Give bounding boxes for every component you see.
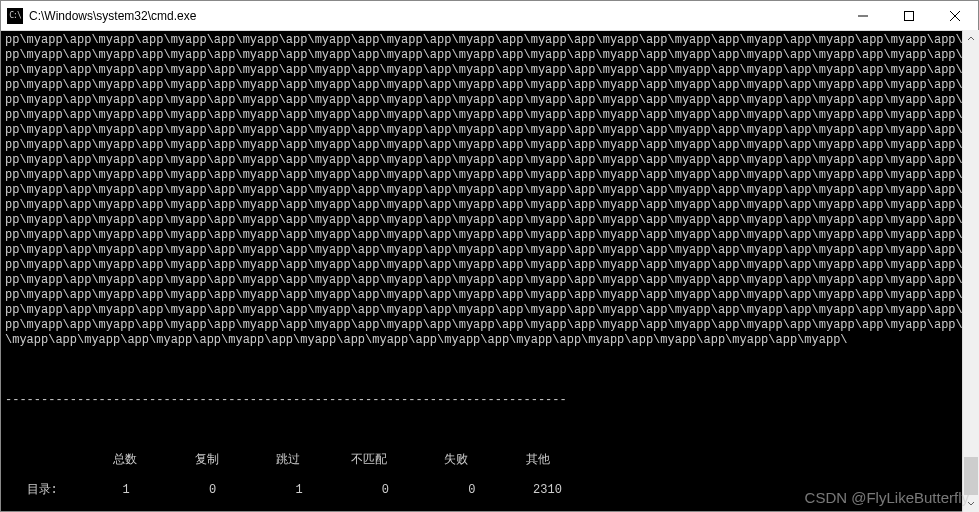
path-line: pp\myapp\app\myapp\app\myapp\app\myapp\a… — [5, 153, 974, 168]
path-line: pp\myapp\app\myapp\app\myapp\app\myapp\a… — [5, 108, 974, 123]
path-line: pp\myapp\app\myapp\app\myapp\app\myapp\a… — [5, 303, 974, 318]
divider-line: ----------------------------------------… — [5, 393, 974, 408]
window-title: C:\Windows\system32\cmd.exe — [29, 9, 840, 23]
path-line: pp\myapp\app\myapp\app\myapp\app\myapp\a… — [5, 288, 974, 303]
close-icon — [950, 11, 960, 21]
minimize-icon — [858, 11, 868, 21]
path-line: pp\myapp\app\myapp\app\myapp\app\myapp\a… — [5, 183, 974, 198]
path-line: pp\myapp\app\myapp\app\myapp\app\myapp\a… — [5, 198, 974, 213]
terminal-output[interactable]: pp\myapp\app\myapp\app\myapp\app\myapp\a… — [1, 31, 978, 511]
maximize-button[interactable] — [886, 1, 932, 30]
path-line: pp\myapp\app\myapp\app\myapp\app\myapp\a… — [5, 168, 974, 183]
path-line: pp\myapp\app\myapp\app\myapp\app\myapp\a… — [5, 258, 974, 273]
titlebar[interactable]: C:\ C:\Windows\system32\cmd.exe — [1, 1, 978, 31]
stats-row-dirs: 目录: 1 0 1 0 0 2310 — [5, 483, 974, 498]
blank-line — [5, 363, 974, 378]
path-line: pp\myapp\app\myapp\app\myapp\app\myapp\a… — [5, 138, 974, 153]
app-icon: C:\ — [7, 8, 23, 24]
close-button[interactable] — [932, 1, 978, 30]
scroll-up-button[interactable] — [963, 30, 979, 47]
scroll-track[interactable] — [963, 47, 979, 495]
path-line: pp\myapp\app\myapp\app\myapp\app\myapp\a… — [5, 228, 974, 243]
stats-header: 总数 复制 跳过 不匹配 失败 其他 — [5, 453, 974, 468]
path-output: pp\myapp\app\myapp\app\myapp\app\myapp\a… — [5, 33, 974, 348]
path-line: \myapp\app\myapp\app\myapp\app\myapp\app… — [5, 333, 974, 348]
cmd-window: C:\ C:\Windows\system32\cmd.exe pp\myapp… — [0, 0, 979, 512]
path-line: pp\myapp\app\myapp\app\myapp\app\myapp\a… — [5, 123, 974, 138]
vertical-scrollbar[interactable] — [962, 30, 979, 512]
path-line: pp\myapp\app\myapp\app\myapp\app\myapp\a… — [5, 78, 974, 93]
window-controls — [840, 1, 978, 30]
path-line: pp\myapp\app\myapp\app\myapp\app\myapp\a… — [5, 48, 974, 63]
path-line: pp\myapp\app\myapp\app\myapp\app\myapp\a… — [5, 273, 974, 288]
path-line: pp\myapp\app\myapp\app\myapp\app\myapp\a… — [5, 318, 974, 333]
blank-line — [5, 423, 974, 438]
svg-rect-1 — [905, 11, 914, 20]
minimize-button[interactable] — [840, 1, 886, 30]
chevron-down-icon — [967, 500, 975, 508]
scroll-thumb[interactable] — [964, 457, 978, 495]
chevron-up-icon — [967, 35, 975, 43]
path-line: pp\myapp\app\myapp\app\myapp\app\myapp\a… — [5, 243, 974, 258]
path-line: pp\myapp\app\myapp\app\myapp\app\myapp\a… — [5, 33, 974, 48]
path-line: pp\myapp\app\myapp\app\myapp\app\myapp\a… — [5, 213, 974, 228]
maximize-icon — [904, 11, 914, 21]
scroll-down-button[interactable] — [963, 495, 979, 512]
path-line: pp\myapp\app\myapp\app\myapp\app\myapp\a… — [5, 63, 974, 78]
path-line: pp\myapp\app\myapp\app\myapp\app\myapp\a… — [5, 93, 974, 108]
